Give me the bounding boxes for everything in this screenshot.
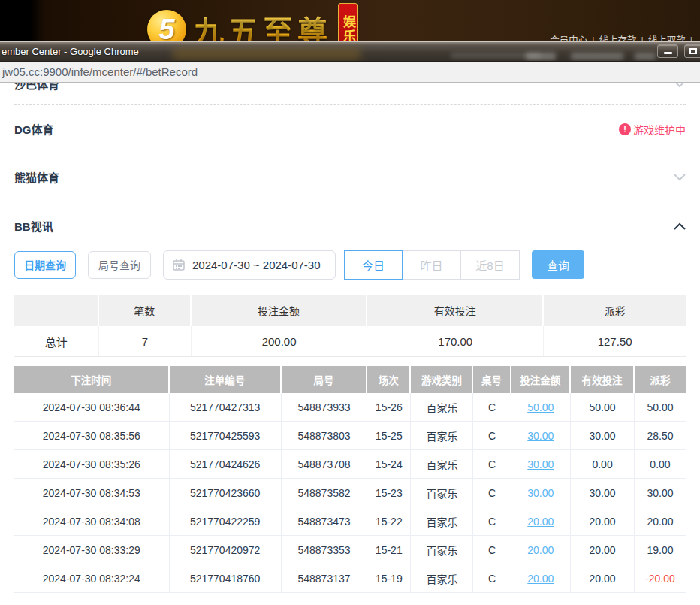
summary-table: 笔数 投注金额 有效投注 派彩 总计 7 200.00 170.00 127.5…	[14, 295, 686, 357]
cell-bet-time: 2024-07-30 08:34:53	[14, 479, 170, 507]
summary-total-row: 总计 7 200.00 170.00 127.50	[14, 326, 686, 357]
section-panda-sports[interactable]: 熊猫体育	[14, 153, 686, 201]
cell-session: 15-23	[367, 479, 411, 507]
cell-session: 15-24	[367, 450, 411, 478]
bet-record-table: 下注时间 注单编号 局号 场次 游戏类别 桌号 投注金额 有效投注 派彩 202…	[14, 366, 686, 593]
cell-bet-time: 2024-07-30 08:32:24	[14, 564, 170, 592]
cell-valid-bet: 50.00	[571, 393, 635, 421]
cell-bet-id: 521770418760	[170, 564, 282, 592]
cell-valid-bet: 0.00	[571, 450, 635, 478]
minimize-icon	[664, 52, 672, 54]
last8days-button[interactable]: 近8日	[461, 250, 520, 280]
header-bet-time: 下注时间	[14, 366, 170, 393]
cell-session: 15-19	[367, 564, 411, 592]
header-bet-id: 注单编号	[170, 366, 282, 393]
cell-bet-amount[interactable]: 20.00	[511, 507, 572, 535]
table-row: 2024-07-30 08:34:53521770423660548873582…	[14, 479, 686, 507]
header-table-no: 桌号	[473, 366, 511, 393]
header-round-id: 局号	[282, 366, 367, 393]
total-label: 总计	[14, 326, 99, 356]
cell-game-type: 百家乐	[411, 393, 473, 421]
cell-table-no: C	[473, 564, 511, 592]
header-payout: 派彩	[635, 366, 686, 393]
yesterday-button[interactable]: 昨日	[403, 250, 461, 280]
cell-bet-id: 521770422259	[170, 507, 282, 535]
cell-round-id: 548873708	[282, 450, 367, 478]
cell-bet-amount[interactable]: 50.00	[511, 393, 572, 421]
cell-bet-amount[interactable]: 20.00	[511, 564, 572, 592]
maximize-icon	[689, 48, 697, 54]
cell-round-id: 548873933	[282, 393, 367, 421]
today-button[interactable]: 今日	[344, 250, 403, 280]
summary-header-row: 笔数 投注金额 有效投注 派彩	[14, 295, 686, 326]
url-text: jw05.cc:9900/infe/mcenter/#/betRecord	[0, 65, 198, 78]
header-game-type: 游戏类别	[411, 366, 473, 393]
table-row: 2024-07-30 08:34:08521770422259548873473…	[14, 507, 686, 536]
cell-bet-amount[interactable]: 30.00	[511, 422, 572, 449]
window-titlebar[interactable]: ember Center - Google Chrome	[0, 41, 700, 62]
cell-table-no: C	[473, 422, 511, 449]
quick-range-group: 今日 昨日 近8日	[344, 250, 520, 280]
cell-bet-id: 521770420972	[170, 536, 282, 564]
glass-reflection	[571, 53, 623, 60]
table-row: 2024-07-30 08:32:24521770418760548873137…	[14, 564, 686, 593]
window-title: ember Center - Google Chrome	[2, 46, 139, 57]
cell-round-id: 548873353	[282, 536, 367, 564]
cell-bet-time: 2024-07-30 08:36:44	[14, 393, 170, 421]
date-range-value: 2024-07-30 ~ 2024-07-30	[192, 259, 321, 271]
bet-table-header-row: 下注时间 注单编号 局号 场次 游戏类别 桌号 投注金额 有效投注 派彩	[14, 366, 686, 393]
cell-bet-time: 2024-07-30 08:35:26	[14, 450, 170, 478]
cell-table-no: C	[473, 536, 511, 564]
table-row: 2024-07-30 08:33:29521770420972548873353…	[14, 536, 686, 564]
glass-reflection	[635, 53, 656, 60]
cell-bet-amount[interactable]: 30.00	[511, 450, 572, 478]
minimize-button[interactable]	[657, 44, 678, 58]
cell-table-no: C	[473, 507, 511, 535]
cell-payout: 20.00	[635, 507, 686, 535]
glass-reflection	[173, 48, 361, 60]
cell-session: 15-25	[367, 422, 411, 449]
cell-game-type: 百家乐	[411, 536, 473, 564]
maintenance-status: ! 游戏维护中	[619, 122, 686, 137]
date-range-input[interactable]: 2024-07-30 ~ 2024-07-30	[163, 250, 336, 280]
section-title: DG体育	[14, 121, 54, 137]
cell-bet-id: 521770423660	[170, 479, 282, 507]
bet-record-page: 沙巴体育 DG体育 ! 游戏维护中 熊猫体育 BB视讯 日期查询 局号查询	[0, 41, 700, 605]
summary-header-bet-amount: 投注金额	[192, 295, 367, 326]
cell-round-id: 548873473	[282, 507, 367, 535]
cell-game-type: 百家乐	[411, 450, 473, 478]
total-count: 7	[99, 326, 192, 356]
cell-session: 15-21	[367, 536, 411, 564]
chevron-up-icon	[674, 222, 686, 230]
round-query-button[interactable]: 局号查询	[88, 251, 151, 279]
cell-valid-bet: 20.00	[571, 536, 635, 564]
section-bb-live[interactable]: BB视讯	[14, 201, 686, 250]
cell-round-id: 548873582	[282, 479, 367, 507]
table-row: 2024-07-30 08:35:26521770424626548873708…	[14, 450, 686, 479]
maintenance-label: 游戏维护中	[633, 122, 686, 137]
cell-round-id: 548873137	[282, 564, 367, 592]
cell-bet-amount[interactable]: 30.00	[511, 479, 572, 507]
section-title: BB视讯	[14, 218, 53, 234]
section-title: 熊猫体育	[14, 169, 59, 185]
chrome-popup-window: ember Center - Google Chrome jw05.cc:990…	[0, 41, 700, 83]
cell-game-type: 百家乐	[411, 422, 473, 449]
header-session: 场次	[367, 366, 411, 393]
cell-payout: 0.00	[635, 450, 686, 478]
cell-valid-bet: 30.00	[571, 422, 635, 449]
table-row: 2024-07-30 08:36:44521770427313548873933…	[14, 393, 686, 422]
calendar-icon	[173, 259, 185, 271]
cell-valid-bet: 30.00	[571, 479, 635, 507]
maximize-button[interactable]	[684, 44, 700, 58]
cell-bet-id: 521770427313	[170, 393, 282, 421]
search-button[interactable]: 查询	[532, 250, 584, 279]
cell-valid-bet: 20.00	[571, 507, 635, 535]
section-dg-sports[interactable]: DG体育 ! 游戏维护中	[14, 105, 686, 153]
cell-bet-time: 2024-07-30 08:34:08	[14, 507, 170, 535]
address-bar[interactable]: jw05.cc:9900/infe/mcenter/#/betRecord	[0, 62, 700, 83]
cell-table-no: C	[473, 479, 511, 507]
summary-header-payout: 派彩	[544, 295, 686, 326]
cell-bet-amount[interactable]: 20.00	[511, 536, 572, 564]
chevron-down-icon	[674, 174, 686, 181]
date-query-button[interactable]: 日期查询	[14, 251, 76, 279]
